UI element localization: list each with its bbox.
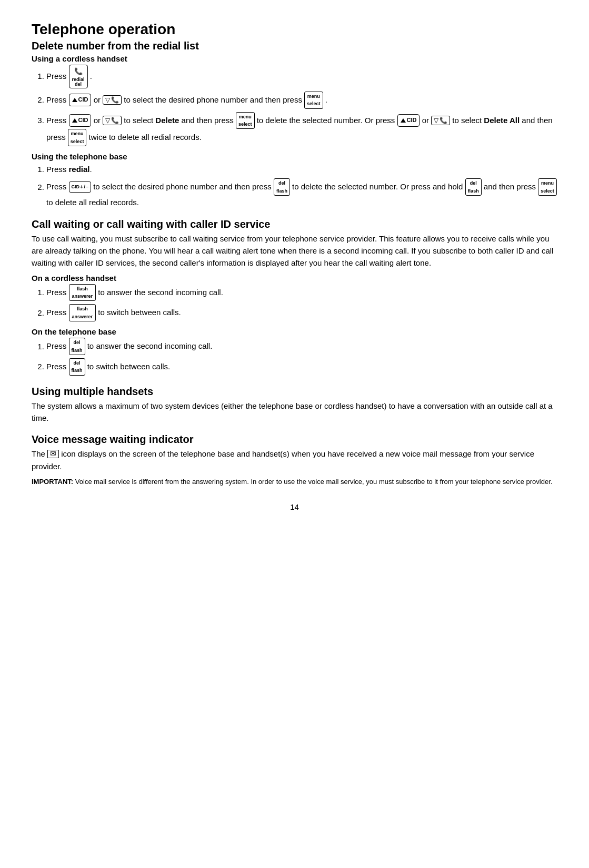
step-text: to answer the second incoming call. xyxy=(98,288,223,297)
section-heading-voice-message: Voice message waiting indicator xyxy=(32,433,557,446)
down-arrow-icon: ▽ xyxy=(105,97,110,103)
list-item: Press flash answerer to answer the secon… xyxy=(46,285,557,302)
list-item: Press 📞 redial del . xyxy=(46,65,557,89)
redial-bold: redial xyxy=(69,165,90,174)
list-item: Press CID or ▽ 📞 to select the desired p… xyxy=(46,92,557,109)
step-text: Press xyxy=(46,183,69,191)
or-text: or xyxy=(94,95,103,104)
cid-up-button-2: CID xyxy=(69,114,92,127)
nav-down-phone-button-1: ▽ 📞 xyxy=(103,95,122,105)
cid-label: CID xyxy=(78,95,88,105)
delete-bold: Delete xyxy=(155,116,179,125)
nav-down-phone-button-3: ▽ 📞 xyxy=(431,116,450,125)
step-text: to switch between calls. xyxy=(87,362,171,371)
down-arrow-icon: ▽ xyxy=(105,117,110,124)
phone-icon: 📞 xyxy=(111,117,119,124)
cid-plus-minus-button: CID + / – xyxy=(69,181,91,193)
menu-select-button-1: menu select xyxy=(304,92,323,109)
step-text: to select the desired phone number and t… xyxy=(93,183,274,191)
redial-del-button: 📞 redial del xyxy=(69,65,88,88)
list-item: Press del flash to answer the second inc… xyxy=(46,338,557,356)
important-label: IMPORTANT: xyxy=(32,478,73,486)
text-after-icon: icon displays on the screen of the telep… xyxy=(32,449,534,470)
step-text: and then press xyxy=(484,183,538,191)
delete-all-bold: Delete All xyxy=(484,116,520,125)
subsection-cw-base: On the telephone base Press del flash to… xyxy=(32,327,557,376)
subsection-heading-cordless: Using a cordless handset xyxy=(32,54,557,63)
voice-message-text: The icon displays on the screen of the t… xyxy=(32,448,557,472)
step-text: to switch between calls. xyxy=(98,308,181,317)
cw-cordless-steps: Press flash answerer to answer the secon… xyxy=(46,285,557,322)
list-item: Press CID + / – to select the desired ph… xyxy=(46,179,557,209)
text-the: The xyxy=(32,449,47,458)
step-text: Press xyxy=(46,308,69,317)
down-arrow-icon: ▽ xyxy=(434,117,438,124)
subsection-telephone-base: Using the telephone base Press redial. P… xyxy=(32,152,557,209)
list-item: Press flash answerer to switch between c… xyxy=(46,305,557,322)
or-text: or xyxy=(422,116,432,125)
subsection-cordless-handset: Using a cordless handset Press 📞 redial … xyxy=(32,54,557,147)
page-title: Telephone operation xyxy=(32,21,557,38)
step-text: to delete all redial records. xyxy=(46,198,139,207)
step-text: to select the desired phone number and t… xyxy=(124,95,304,104)
cid-up-triangle xyxy=(72,98,77,102)
step-text: Press xyxy=(46,72,69,80)
step-text: Press xyxy=(46,288,69,297)
phone-icon: 📞 xyxy=(440,117,447,124)
or-text: or xyxy=(94,116,103,125)
cid-up-triangle xyxy=(401,118,406,123)
del-flash-button-3: del flash xyxy=(69,338,85,355)
phone-icon: 📞 xyxy=(111,97,119,103)
step-text: Press xyxy=(46,342,69,351)
step-text: Press redial. xyxy=(46,165,92,174)
del-flash-button-1: del flash xyxy=(274,178,290,196)
step-text: to select Delete and then press xyxy=(124,116,236,125)
subsection-heading-cw-base: On the telephone base xyxy=(32,327,557,336)
section-heading-call-waiting: Call waiting or call waiting with caller… xyxy=(32,218,557,230)
subsection-heading-cw-cordless: On a cordless handset xyxy=(32,274,557,282)
nav-down-phone-button-2: ▽ 📞 xyxy=(103,116,122,125)
page-title-section: Telephone operation xyxy=(32,21,557,38)
cid-label: CID xyxy=(78,116,88,125)
cid-label: CID xyxy=(407,116,417,125)
step-period: . xyxy=(90,72,92,80)
multiple-handsets-text: The system allows a maximum of two syste… xyxy=(32,400,557,425)
list-item: Press redial. xyxy=(46,163,557,176)
section-multiple-handsets: Using multiple handsets The system allow… xyxy=(32,386,557,425)
subsection-heading-base: Using the telephone base xyxy=(32,152,557,161)
menu-select-button-3: menu select xyxy=(68,129,87,146)
envelope-icon xyxy=(47,450,59,458)
section-heading-delete-redial: Delete number from the redial list xyxy=(32,40,557,52)
cid-up-button-1: CID xyxy=(69,94,92,106)
important-body: Voice mail service is different from the… xyxy=(75,478,553,486)
step-text: twice to delete all redial records. xyxy=(89,133,202,142)
section-heading-multiple-handsets: Using multiple handsets xyxy=(32,386,557,398)
section-delete-redial: Delete number from the redial list Using… xyxy=(32,40,557,209)
step-text: Press xyxy=(46,362,69,371)
cw-base-steps: Press del flash to answer the second inc… xyxy=(46,338,557,376)
step-text: Press xyxy=(46,95,69,104)
step-text: to answer the second incoming call. xyxy=(87,342,213,351)
cid-up-button-3: CID xyxy=(397,114,420,127)
list-item: Press CID or ▽ 📞 to select Delete and th… xyxy=(46,113,557,147)
important-text: IMPORTANT: Voice mail service is differe… xyxy=(32,477,557,487)
del-flash-button-2: del flash xyxy=(465,178,482,196)
step-text: Press xyxy=(46,116,69,125)
menu-select-button-2: menu select xyxy=(236,112,255,129)
flash-answerer-button-1: flash answerer xyxy=(69,284,96,301)
base-steps-list: Press redial. Press CID + / – to select … xyxy=(46,163,557,209)
step-text: to delete the selected number. Or press xyxy=(257,116,397,125)
list-item: Press del flash to switch between calls. xyxy=(46,359,557,376)
cordless-steps-list: Press 📞 redial del . Press CID or xyxy=(46,65,557,147)
section-call-waiting: Call waiting or call waiting with caller… xyxy=(32,218,557,376)
del-flash-button-4: del flash xyxy=(69,358,85,376)
flash-answerer-button-2: flash answerer xyxy=(69,304,96,321)
redial-icon: 📞 xyxy=(74,66,83,77)
step-text: . xyxy=(325,95,327,104)
cid-up-triangle xyxy=(72,118,77,123)
section-voice-message: Voice message waiting indicator The icon… xyxy=(32,433,557,487)
step-text: to delete the selected number. Or press … xyxy=(292,183,465,191)
page-number: 14 xyxy=(32,502,557,511)
menu-select-button-4: menu select xyxy=(538,178,557,196)
subsection-cw-cordless: On a cordless handset Press flash answer… xyxy=(32,274,557,322)
